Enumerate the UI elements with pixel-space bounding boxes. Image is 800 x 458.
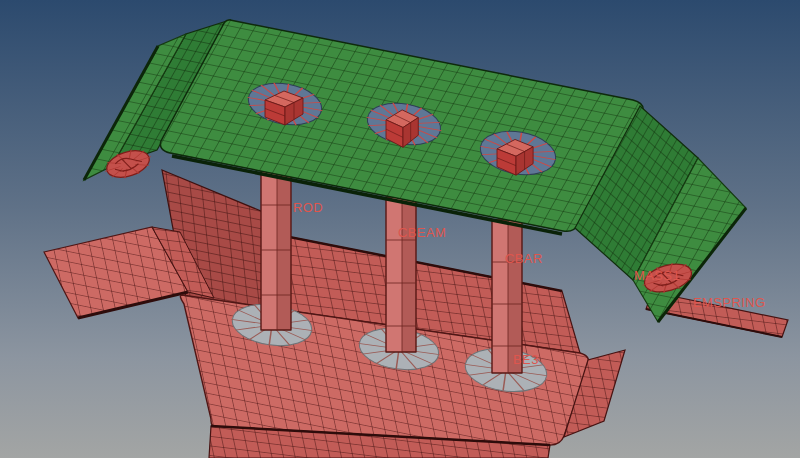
fea-mesh-scene[interactable]: ROD CBEAM CBAR MASS1 EMSPRING BE3 bbox=[0, 0, 800, 458]
bolt-column-2[interactable] bbox=[386, 197, 416, 352]
cae-model-viewport[interactable]: ROD CBEAM CBAR MASS1 EMSPRING BE3 bbox=[0, 0, 800, 458]
label-rod: ROD bbox=[293, 200, 323, 215]
label-cbeam: CBEAM bbox=[398, 225, 446, 240]
bolt-column-3[interactable] bbox=[492, 220, 522, 373]
label-cbar: CBAR bbox=[505, 251, 543, 266]
bolt-column-1[interactable] bbox=[261, 160, 291, 330]
label-emspring: EMSPRING bbox=[693, 295, 766, 310]
label-rbe3: BE3 bbox=[513, 352, 539, 367]
label-mass1: MASS1 bbox=[634, 268, 680, 283]
